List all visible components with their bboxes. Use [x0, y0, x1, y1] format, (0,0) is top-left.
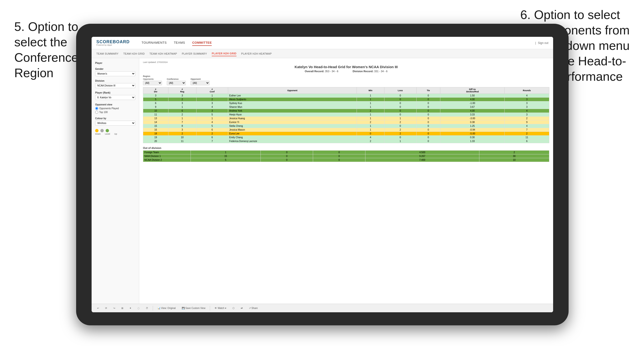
cell-reg: 3 — [168, 101, 196, 105]
toolbar-refresh[interactable]: ⟳ — [104, 306, 109, 310]
cell-rounds: 3 — [504, 105, 549, 109]
cell-div: 3 — [143, 94, 168, 98]
toolbar-view-original[interactable]: 📊 View: Original — [156, 306, 177, 310]
col-reg: #Reg — [168, 87, 196, 94]
subnav-team-h2h-grid[interactable]: TEAM H2H GRID — [123, 51, 145, 56]
nav-items: TOURNAMENTS TEAMS COMMITTEE — [142, 40, 535, 46]
region-filter-group: Region Opponents: (All) — [143, 75, 162, 85]
cell-tie: 0 — [416, 94, 440, 98]
subnav-player-h2h-grid[interactable]: PLAYER H2H GRID — [212, 51, 236, 56]
table-row: 16 3 6 Jessica Mason 1 2 0 -0.94 7 — [143, 128, 549, 132]
toolbar-clock[interactable]: ⏱ — [144, 306, 150, 310]
toolbar-undo[interactable]: ↩ — [96, 306, 101, 310]
subnav-team-h2h-heatmap[interactable]: TEAM H2H HEATMAP — [150, 51, 177, 56]
sidebar-gender-select[interactable]: Women's — [95, 71, 135, 76]
cell-rounds: 3 — [504, 101, 549, 105]
ood-rounds: 10 — [479, 158, 549, 162]
cell-loss: 0 — [384, 113, 416, 117]
cell-loss: 0 — [384, 109, 416, 113]
cell-conf: 4 — [196, 105, 228, 109]
sidebar-player-rank-select[interactable]: 8. Katelyn Vo — [95, 95, 135, 100]
nav-tournaments[interactable]: TOURNAMENTS — [142, 40, 167, 46]
opponent-select[interactable]: (All) — [190, 81, 210, 85]
page-title: Katelyn Vo Head-to-Head Grid for Women's… — [143, 65, 549, 69]
cell-opponent: Sharon Mun — [228, 105, 356, 109]
cell-loss: 0 — [384, 101, 416, 105]
cell-loss: 0 — [384, 98, 416, 101]
sidebar-colour-select[interactable]: Win/loss — [95, 121, 135, 126]
col-win: Win — [356, 87, 384, 94]
col-rounds: Rounds — [504, 87, 549, 94]
cell-div: 14 — [143, 120, 168, 124]
out-of-division-title: Out of division — [143, 147, 549, 149]
table-row: 5 2 2 Alexis Sudjianto 1 0 0 4.00 3 — [143, 98, 549, 101]
col-div: #Div — [143, 87, 168, 94]
sidebar-colour-section: Colour by Win/loss — [95, 117, 135, 126]
cell-conf: 2 — [196, 132, 228, 136]
filter-row: Region Opponents: (All) Conference (All) — [143, 75, 549, 85]
sidebar-player-rank-section: Player (Rank) 8. Katelyn Vo — [95, 91, 135, 100]
out-of-division-table: Foreign Team 1 0 0 4.500 2 NAIA Division… — [143, 150, 549, 162]
ood-win: 5 — [191, 158, 261, 162]
table-row: 3 3 1 Esther Lee 1 0 0 1.50 4 — [143, 94, 549, 98]
ood-row: Foreign Team 1 0 0 4.500 2 — [143, 151, 549, 154]
subnav-player-h2h-heatmap[interactable]: PLAYER H2H HEATMAP — [241, 51, 272, 56]
col-tie: Tie — [416, 87, 440, 94]
toolbar-grid[interactable]: ⊞ — [120, 306, 125, 310]
conference-select[interactable]: (All) — [167, 81, 186, 85]
sign-out-link[interactable]: Sign out — [538, 41, 548, 45]
sidebar-radio-top100[interactable]: Top 100 — [95, 111, 135, 114]
dot-down — [95, 129, 98, 132]
cell-rounds: 11 — [504, 136, 549, 139]
ood-loss: 0 — [261, 158, 313, 162]
cell-win: 1 — [356, 128, 384, 132]
cell-loss: 2 — [384, 128, 416, 132]
col-loss: Loss — [384, 87, 416, 94]
cell-div: 15 — [143, 124, 168, 128]
cell-conf: 1 — [196, 117, 228, 120]
logo-sub: Powered by clippd — [96, 44, 137, 46]
cell-opponent: Eunice Yi — [228, 120, 356, 124]
toolbar-redo[interactable]: ↪ — [112, 306, 117, 310]
toolbar-watch[interactable]: 👁 Watch ▾ — [213, 306, 228, 310]
table-row: 6 3 3 Sydney Kuo 1 0 0 -1.00 3 — [143, 101, 549, 105]
toolbar-circle[interactable]: ◌ — [136, 306, 141, 310]
cell-tie: 0 — [416, 98, 440, 101]
col-conf: #Conf — [196, 87, 228, 94]
cell-tie: 0 — [416, 124, 440, 128]
subnav-team-summary[interactable]: TEAM SUMMARY — [96, 51, 118, 56]
cell-win: 2 — [356, 120, 384, 124]
sidebar-division-select[interactable]: NCAA Division III — [95, 83, 135, 88]
toolbar-share[interactable]: ↗ Share — [247, 306, 259, 310]
toolbar-arrows[interactable]: ⇄ — [239, 306, 244, 310]
region-select[interactable]: (All) — [143, 81, 162, 85]
cell-div: 19 — [143, 136, 168, 139]
cell-opponent: Esther Lee — [228, 94, 356, 98]
cell-win: 2 — [356, 139, 384, 143]
sub-nav: TEAM SUMMARY TEAM H2H GRID TEAM H2H HEAT… — [92, 49, 553, 58]
subnav-player-summary[interactable]: PLAYER SUMMARY — [182, 51, 207, 56]
ood-row: NAIA Division 1 15 0 0 9.267 30 — [143, 154, 549, 158]
sidebar-legend-section: Down Level Up — [95, 129, 135, 135]
cell-rounds: 4 — [504, 94, 549, 98]
sidebar-colour-label: Colour by — [95, 117, 135, 120]
out-of-division: Out of division Foreign Team 1 0 0 4.500… — [143, 147, 549, 162]
nav-committee[interactable]: COMMITTEE — [192, 40, 212, 46]
cell-tie: 0 — [416, 101, 440, 105]
ood-label: NAIA Division 1 — [143, 154, 191, 158]
ood-diff: 4.500 — [366, 151, 479, 154]
cell-opponent: Federica Domecq Lacroze — [228, 139, 356, 143]
color-labels: Down Level Up — [95, 133, 135, 135]
toolbar-star[interactable]: ✦ — [128, 306, 133, 310]
cell-reg: 2 — [168, 113, 196, 117]
cell-rounds: 6 — [504, 139, 549, 143]
cell-reg: 3 — [168, 94, 196, 98]
toolbar-hex[interactable]: ⬡ — [231, 306, 236, 310]
toolbar-save-custom[interactable]: 💾 Save Custom View — [180, 306, 207, 310]
cell-diff: 4.00 — [440, 109, 504, 113]
sidebar-player-section: Player — [95, 62, 135, 64]
sidebar-division-label: Division — [95, 80, 135, 82]
nav-teams[interactable]: TEAMS — [174, 40, 185, 46]
cell-conf: 6 — [196, 128, 228, 132]
sidebar-radio-opponents-played[interactable]: Opponents Played — [95, 107, 135, 110]
